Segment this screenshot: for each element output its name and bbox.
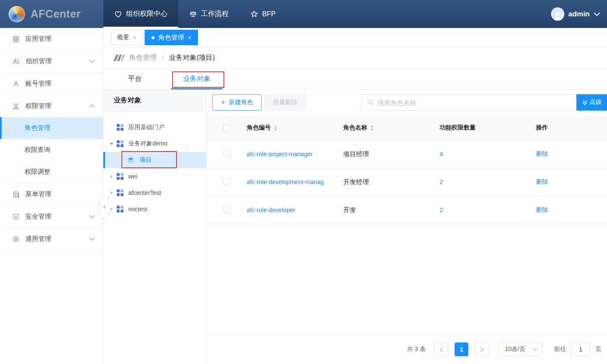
pagination: 共 3 条 1 10条/页 前往 页 <box>212 334 607 364</box>
delete-link[interactable]: 删除 <box>527 150 607 158</box>
brand-name: AFCenter <box>31 8 81 20</box>
sidebar-item-account-management[interactable]: 账号管理 <box>0 73 103 95</box>
table-row: afc-role-project-manager 项目经理 4 删除 <box>207 140 607 168</box>
nav-label: BFP <box>262 10 276 18</box>
chevron-down-icon <box>594 12 600 16</box>
org-group-icon <box>12 58 20 65</box>
sidebar-subitem-label: 权限调整 <box>25 168 50 176</box>
column-header-permission-count: 功能权限数量 <box>431 124 527 132</box>
breadcrumb: 角色管理 / 业务对象(项目) <box>103 47 607 69</box>
nav-label: 组织权限中心 <box>126 9 167 19</box>
goto-page-input[interactable] <box>571 342 591 356</box>
role-search-box <box>361 94 576 111</box>
page-size-select[interactable]: 10条/页 <box>499 342 542 356</box>
sort-icon[interactable] <box>370 125 374 131</box>
table-row: afc-role-development-manag 开发经理 2 删除 <box>207 168 607 196</box>
tree-node-label: wei <box>128 173 137 180</box>
tree-node-label: afcenterTest <box>128 189 161 196</box>
app-blocks-icon <box>117 189 124 196</box>
tree-panel-title: 业务对象 <box>103 89 206 112</box>
tab-role-management[interactable]: 角色管理 × <box>145 30 198 45</box>
sidebar-item-org-management[interactable]: 组织管理 <box>0 50 103 72</box>
caret-collapsed-icon[interactable] <box>109 207 114 211</box>
tree-node-business-object-demo[interactable]: 业务对象demo <box>103 136 206 152</box>
sidebar-item-label: 账号管理 <box>25 80 51 88</box>
toolbar: + 新建角色 批量删除 高级 <box>212 94 607 111</box>
user-menu[interactable]: admin <box>551 0 607 28</box>
role-code-link[interactable]: afc-role-developer <box>238 207 334 213</box>
row-checkbox[interactable] <box>223 178 230 185</box>
scales-icon <box>189 10 197 18</box>
chevron-down-icon <box>89 237 95 241</box>
sidebar-item-permission-query[interactable]: 权限查询 <box>0 139 103 161</box>
nav-org-permission-center[interactable]: 组织权限中心 <box>103 0 178 28</box>
table-header-row: 角色编号 角色名称 功能权限数量 操作 <box>207 116 607 140</box>
nav-bfp[interactable]: BFP <box>239 0 286 28</box>
breadcrumb-parent[interactable]: 角色管理 <box>129 53 157 62</box>
sidebar-item-security-management[interactable]: 安全管理 <box>0 206 103 228</box>
tab-business-object[interactable]: 业务对象 <box>171 69 223 89</box>
batch-delete-button[interactable]: 批量删除 <box>264 94 306 111</box>
sidebar-item-menu-management[interactable]: 菜单管理 <box>0 183 103 205</box>
caret-collapsed-icon[interactable] <box>109 175 114 178</box>
search-input[interactable] <box>378 99 571 106</box>
new-role-button[interactable]: + 新建角色 <box>212 94 262 111</box>
page-1-button[interactable]: 1 <box>455 342 468 356</box>
column-header-role-name[interactable]: 角色名称 <box>334 124 431 132</box>
nav-workflow[interactable]: 工作流程 <box>178 0 239 28</box>
next-page-button[interactable] <box>475 342 489 356</box>
column-header-role-code[interactable]: 角色编号 <box>238 124 334 132</box>
sort-icon[interactable] <box>274 125 277 131</box>
close-icon[interactable]: × <box>133 35 136 40</box>
chevron-down-icon <box>89 59 95 63</box>
breadcrumb-bars-icon <box>115 55 124 61</box>
caret-expanded-icon[interactable] <box>109 143 114 145</box>
close-icon[interactable]: × <box>188 35 192 40</box>
tree-node-wei[interactable]: wei <box>103 168 206 185</box>
sidebar-item-label: 组织管理 <box>26 57 52 65</box>
tree-node-project[interactable]: 项目 <box>103 152 206 168</box>
permission-count-link[interactable]: 2 <box>431 179 527 185</box>
sidebar-item-general-management[interactable]: 通用管理 <box>0 228 103 250</box>
tab-platform[interactable]: 平台 <box>109 69 161 89</box>
sidebar-item-label: 通用管理 <box>25 235 51 243</box>
role-name: 项目经理 <box>334 150 431 158</box>
delete-link[interactable]: 删除 <box>527 178 607 186</box>
table-row: afc-role-developer 开发 2 删除 <box>207 196 607 224</box>
prev-page-button[interactable] <box>434 342 448 356</box>
permission-count-link[interactable]: 2 <box>431 207 527 213</box>
layers-icon <box>127 156 135 164</box>
sidebar-item-app-management[interactable]: 应用管理 <box>0 28 103 50</box>
permission-count-link[interactable]: 4 <box>431 151 527 157</box>
app-grid-icon <box>12 35 20 43</box>
tree-node-mictest[interactable]: mictest <box>103 201 206 217</box>
tab-label: 概要 <box>117 34 129 41</box>
app-blocks-icon <box>117 173 124 180</box>
role-code-link[interactable]: afc-role-project-manager <box>238 151 334 157</box>
row-checkbox[interactable] <box>223 150 230 157</box>
sidebar-item-permission-adjust[interactable]: 权限调整 <box>0 161 103 183</box>
role-name: 开发 <box>334 206 431 214</box>
tree-node-label: 项目 <box>139 156 152 164</box>
shield-plus-icon <box>12 213 20 221</box>
sidebar-item-role-management[interactable]: 角色管理 <box>0 117 103 139</box>
role-code-link[interactable]: afc-role-development-manag <box>238 179 334 185</box>
chevron-up-icon <box>89 104 95 108</box>
tree-node-app-base-portal[interactable]: 应用基础门户 <box>103 119 206 136</box>
button-label: 高级 <box>590 99 602 106</box>
advanced-search-button[interactable]: 高级 <box>576 94 607 111</box>
sidebar-item-permission-management[interactable]: 权限管理 <box>0 95 103 117</box>
top-nav: 组织权限中心 工作流程 BFP <box>103 0 286 28</box>
column-header-actions: 操作 <box>527 124 607 132</box>
button-label: 批量删除 <box>273 99 297 106</box>
sidebar-collapse-handle[interactable] <box>99 196 109 218</box>
tree-node-afcentertest[interactable]: afcenterTest <box>103 185 206 201</box>
caret-collapsed-icon[interactable] <box>109 191 114 194</box>
delete-link[interactable]: 删除 <box>527 206 607 214</box>
double-chevron-down-icon <box>582 100 588 105</box>
select-all-checkbox[interactable] <box>223 124 230 131</box>
nav-label: 工作流程 <box>201 9 229 19</box>
row-checkbox[interactable] <box>223 206 230 213</box>
tab-overview[interactable]: 概要 × <box>111 30 142 45</box>
total-count: 共 3 条 <box>407 345 426 353</box>
